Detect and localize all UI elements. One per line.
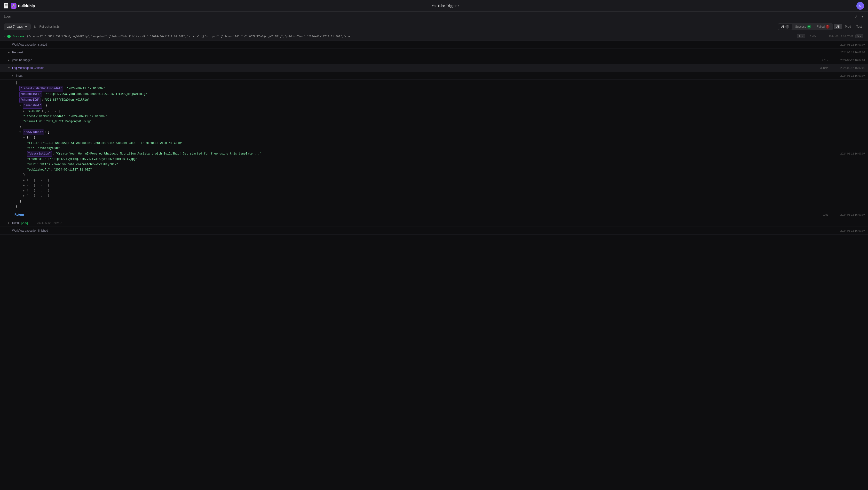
json-item0-close: } <box>16 172 865 178</box>
avatar[interactable]: U <box>856 2 864 10</box>
json-timestamp: 2024-06-12 16:07:07 <box>840 151 865 156</box>
collapse-icon[interactable]: ▾ <box>861 14 864 19</box>
json-item0-desc: "description" : "Create Your Own AI-Powe… <box>16 151 865 157</box>
json-item2: ▶ 2 : { . . . } <box>16 183 865 188</box>
log-content: {"channelId":"UC1_8S7ffEDaOjcnjWOlRRlg",… <box>27 35 797 38</box>
val-title: "Build WhatsApp AI Assistant ChatBot wit… <box>43 141 183 146</box>
request-row[interactable]: ▶ Request 2024-06-12 16:07:07 <box>0 49 868 56</box>
val-thumbnail: "https://i.ytimg.com/vi/tvaiKsyr8dk/hqde… <box>50 157 137 162</box>
expand-icon[interactable]: ⤢ <box>854 14 859 19</box>
key-videos: "videos" <box>27 109 41 114</box>
val-id: "tvaiKsyr8dk" <box>38 146 61 151</box>
logo: 🚀 BuildShip <box>11 3 35 9</box>
refresh-button[interactable]: ↻ <box>32 24 37 30</box>
menu-button[interactable]: ☰ <box>4 3 8 8</box>
key-title: "title" <box>27 141 39 146</box>
result-expand-icon: ▶ <box>8 222 11 224</box>
all-count-badge: 0 <box>785 25 789 29</box>
log-message-row[interactable]: ▼ Log Message to Console 328ms 2024-06-1… <box>0 64 868 72</box>
val-channelId: "UC1_8S7ffEDaOjcnjWOlRRlg" <box>44 97 89 103</box>
json-snapshot-open: ▼ "snapshot" : { <box>16 103 865 109</box>
json-item0-url: "url" : "https://www.youtube.com/watch?v… <box>16 162 865 167</box>
workflow-finished-row[interactable]: ▶ Workflow execution finished 2024-06-12… <box>0 227 868 235</box>
json-content: { "latestVideoPublishedAt" : "2024-06-11… <box>0 80 868 210</box>
json-item0-id: "id" : "tvaiKsyr8dk" <box>16 146 865 151</box>
env-tag: Test <box>797 34 805 38</box>
env-filter-group: All Prod Test <box>834 24 864 29</box>
yt-timestamp: 2024-06-12 16:07:04 <box>831 59 865 62</box>
result-label: Result <box>12 221 20 225</box>
key-id: "id" <box>27 146 34 151</box>
log-area[interactable]: ▼ Success: {"channelId":"UC1_8S7ffEDaOjc… <box>0 32 868 490</box>
json-snapshot-latestVideoPublishedAt: "latestVideoPublishedAt" : "2024-06-11T1… <box>16 114 865 119</box>
lm-expand-icon: ▼ <box>8 66 11 69</box>
json-videos: ▶ "videos" : [ . . . ] <box>16 109 865 114</box>
success-count-badge: 0 <box>807 25 811 29</box>
last-label: Last <box>6 25 12 28</box>
env-test-tag: Test <box>856 34 863 38</box>
result-row[interactable]: ▶ Result [200] 2024-06-12 16:07:07 <box>0 219 868 227</box>
return-row[interactable]: Return 1ms 2024-06-12 16:07:07 <box>0 210 868 219</box>
key-snap-latest: "latestVideoPublishedAt" <box>23 114 65 119</box>
workflow-started-row[interactable]: ▶ Workflow execution started 2024-06-12 … <box>0 41 868 49</box>
youtube-trigger-label: youtube-trigger <box>12 58 818 62</box>
lm-timestamp: 2024-06-12 16:07:06 <box>831 66 865 69</box>
result-timestamp: 2024-06-12 16:07:07 <box>28 222 62 224</box>
failed-filter-tab[interactable]: Failed 0 <box>814 24 833 30</box>
env-all-tab[interactable]: All <box>834 24 842 29</box>
key-url: "url" <box>27 162 36 167</box>
json-item0-title: "title" : "Build WhatsApp AI Assistant C… <box>16 141 865 146</box>
request-expand-icon: ▶ <box>8 51 11 54</box>
json-item1: ▶ 1 : { . . . } <box>16 178 865 183</box>
workflow-title-area: YouTube Trigger ▾ <box>432 4 460 8</box>
json-item0-thumbnail: "thumbnail" : "https://i.ytimg.com/vi/tv… <box>16 157 865 162</box>
json-item3: ▶ 3 : { . . . } <box>16 188 865 194</box>
key-thumbnail: "thumbnail" <box>27 157 46 162</box>
days-select[interactable]: days hours <box>16 25 28 29</box>
request-label: Request <box>12 51 831 54</box>
last-value: 7 <box>13 25 15 28</box>
status-label: Success: <box>12 35 26 38</box>
yt-expand-icon: ▶ <box>8 59 11 61</box>
all-filter-tab[interactable]: All 0 <box>778 24 792 30</box>
json-channelUrl: "channelUrl" : "https://www.youtube.com/… <box>16 91 865 97</box>
key-channelId: "channelId" <box>20 97 40 103</box>
key-newVideos: "newVideos" <box>23 129 44 135</box>
logs-title: Logs <box>4 15 11 18</box>
val-snap-channelId: "UC1_8S7ffEDaOjcnjWOlRRlg" <box>46 119 91 124</box>
workflow-finished-timestamp: 2024-06-12 16:07:07 <box>831 229 865 232</box>
refresh-text: Refreshes in 2s <box>39 25 59 28</box>
input-expand-icon: ▶ <box>12 74 14 77</box>
logs-actions: ⤢ ▾ <box>854 14 864 19</box>
val-url: "https://www.youtube.com/watch?v=tvaiKsy… <box>39 162 118 167</box>
val-snap-latest: "2024-06-11T17:01:00Z" <box>69 114 107 119</box>
workflow-started-timestamp: 2024-06-12 16:07:07 <box>831 43 865 46</box>
key-snapshot: "snapshot" <box>23 103 42 109</box>
return-timestamp: 2024-06-12 16:07:07 <box>831 213 865 216</box>
env-prod-tab[interactable]: Prod <box>842 24 854 29</box>
json-item0-publishedAt: "publishedAt" : "2024-06-11T17:01:00Z" <box>16 167 865 173</box>
main-expand-icon: ▼ <box>3 35 6 37</box>
log-timestamp: 2024-06-12 16:07:07 <box>819 35 854 38</box>
json-channelId: "channelId" : "UC1_8S7ffEDaOjcnjWOlRRlg" <box>16 97 865 103</box>
main-log-row[interactable]: ▼ Success: {"channelId":"UC1_8S7ffEDaOjc… <box>0 32 868 41</box>
val-channelUrl: "https://www.youtube.com/channel/UC1_8S7… <box>46 92 147 97</box>
input-row[interactable]: ▶ Input 2024-06-12 16:07:07 <box>0 72 868 80</box>
key-description: "description" <box>27 151 52 157</box>
key-publishedAt: "publishedAt" <box>27 167 50 173</box>
json-open: { <box>16 81 865 86</box>
env-test-tab[interactable]: Test <box>854 24 864 29</box>
failed-count-badge: 0 <box>826 25 830 29</box>
last-filter[interactable]: Last 7 days hours <box>4 24 31 30</box>
filter-right: All 0 Success 0 Failed 0 All Prod Test <box>778 23 864 30</box>
result-code: [200] <box>21 221 28 225</box>
json-latestVideoPublishedAt: "latestVideoPublishedAt" : "2024-06-11T1… <box>16 86 865 92</box>
youtube-trigger-row[interactable]: ▶ youtube-trigger 2.11s 2024-06-12 16:07… <box>0 56 868 64</box>
success-filter-tab[interactable]: Success 0 <box>792 24 814 30</box>
json-snapshot-close: } <box>16 124 865 130</box>
workflow-chevron: ▾ <box>458 4 460 7</box>
val-description: "Create Your Own AI-Powered WhatsApp Nut… <box>56 151 261 157</box>
json-newVideos-open: ▼ "newVideos" : [ <box>16 129 865 135</box>
val-latestVideoPublishedAt: "2024-06-11T17:01:00Z" <box>67 86 105 91</box>
key-channelUrl: "channelUrl" <box>20 91 42 97</box>
